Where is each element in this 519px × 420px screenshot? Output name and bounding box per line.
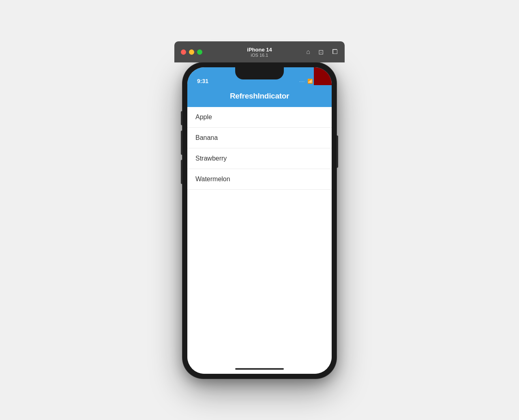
list-container[interactable]: Apple Banana Strawberry Watermelon (187, 107, 332, 374)
traffic-lights (181, 49, 202, 55)
wifi-icon: 📶 (307, 79, 313, 84)
app-bar: RefreshIndicator (187, 87, 332, 107)
list-item-text: Banana (195, 134, 218, 141)
list-item[interactable]: Banana (187, 128, 332, 148)
phone-screen: 9:31 ···· 📶 🔋 RefreshIndicator Apple Ban… (187, 67, 332, 374)
device-os: iOS 16.1 (247, 53, 272, 58)
list-item[interactable]: Strawberry (187, 148, 332, 169)
phone-frame: 9:31 ···· 📶 🔋 RefreshIndicator Apple Ban… (182, 62, 337, 379)
debug-badge (314, 67, 332, 85)
screenshot-icon[interactable]: ⊡ (318, 48, 324, 56)
volume-down-button[interactable] (181, 160, 182, 184)
notch (235, 67, 284, 79)
home-indicator[interactable] (235, 368, 284, 370)
maximize-button[interactable] (197, 49, 202, 55)
device-name-label: iPhone 14 iOS 16.1 (247, 47, 272, 58)
volume-up-button[interactable] (181, 131, 182, 155)
minimize-button[interactable] (189, 49, 194, 55)
list-item-text: Apple (195, 114, 212, 121)
simulator-toolbar: iPhone 14 iOS 16.1 ⌂ ⊡ ⧠ (174, 41, 345, 62)
list-item[interactable]: Apple (187, 107, 332, 128)
signal-icon: ···· (299, 79, 305, 84)
list-item[interactable]: Watermelon (187, 169, 332, 190)
toolbar-icons: ⌂ ⊡ ⧠ (306, 48, 338, 56)
close-button[interactable] (181, 49, 186, 55)
list-item-text: Strawberry (195, 155, 227, 162)
app-bar-title: RefreshIndicator (230, 92, 289, 100)
home-icon[interactable]: ⌂ (306, 48, 310, 56)
status-time: 9:31 (197, 78, 208, 84)
rotate-icon[interactable]: ⧠ (332, 48, 338, 56)
screen-content: RefreshIndicator Apple Banana Strawberry… (187, 87, 332, 374)
power-button[interactable] (337, 135, 338, 168)
list-item-text: Watermelon (195, 176, 230, 183)
device-model: iPhone 14 (247, 47, 272, 53)
